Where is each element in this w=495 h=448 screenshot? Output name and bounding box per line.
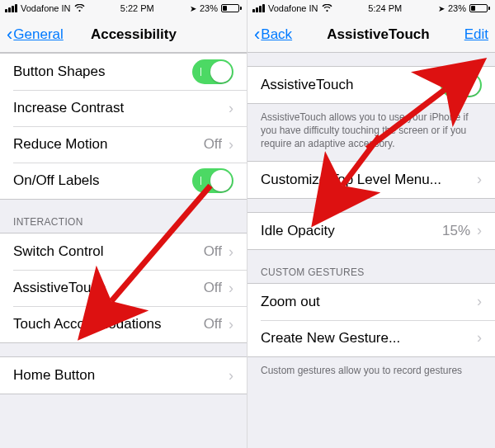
row-label: AssistiveTouch bbox=[261, 77, 441, 93]
row-button-shapes[interactable]: Button Shapes bbox=[0, 54, 247, 90]
back-label: Back bbox=[261, 26, 292, 43]
toggle-button-shapes[interactable] bbox=[192, 59, 233, 84]
row-idle-opacity[interactable]: Idle Opacity 15% › bbox=[248, 213, 495, 249]
row-onoff-labels[interactable]: On/Off Labels bbox=[0, 163, 247, 199]
row-label: Zoom out bbox=[261, 294, 477, 310]
row-switch-control[interactable]: Switch Control Off › bbox=[0, 233, 247, 270]
row-label: Switch Control bbox=[13, 243, 204, 260]
row-label: Idle Opacity bbox=[261, 223, 442, 239]
status-bar: Vodafone IN 5:24 PM ➤ 23% bbox=[248, 0, 495, 17]
battery-icon bbox=[221, 4, 242, 12]
row-value: Off bbox=[204, 136, 222, 153]
chevron-left-icon: ‹ bbox=[254, 26, 260, 44]
row-value: 15% bbox=[442, 223, 470, 239]
row-increase-contrast[interactable]: Increase Contrast › bbox=[0, 90, 247, 126]
assistivetouch-description: AssistiveTouch allows you to use your iP… bbox=[248, 104, 495, 161]
chevron-left-icon: ‹ bbox=[7, 26, 12, 44]
screenshot-left: Vodafone IN 5:22 PM ➤ 23% ‹ General Acce… bbox=[0, 0, 248, 448]
row-label: AssistiveTouch bbox=[13, 280, 204, 296]
chevron-right-icon: › bbox=[477, 171, 482, 188]
signal-icon bbox=[5, 4, 17, 12]
clock: 5:22 PM bbox=[120, 3, 154, 13]
chevron-right-icon: › bbox=[229, 136, 233, 153]
chevron-right-icon: › bbox=[477, 329, 482, 347]
toggle-onoff-labels[interactable] bbox=[192, 168, 233, 193]
carrier-label: Vodafone IN bbox=[268, 3, 318, 13]
wifi-icon bbox=[74, 4, 85, 12]
nav-bar: ‹ General Accessibility bbox=[0, 17, 247, 53]
chevron-right-icon: › bbox=[229, 280, 233, 297]
section-header-interaction: INTERACTION bbox=[0, 200, 247, 233]
page-title: AssistiveTouch bbox=[327, 26, 429, 43]
row-value: Off bbox=[204, 243, 222, 260]
back-button[interactable]: ‹ Back bbox=[254, 26, 292, 44]
nav-bar: ‹ Back AssistiveTouch Edit bbox=[248, 17, 495, 53]
row-value: Off bbox=[204, 280, 222, 296]
clock: 5:24 PM bbox=[368, 3, 402, 13]
row-value: Off bbox=[204, 316, 222, 332]
row-label: Touch Accommodations bbox=[13, 316, 204, 332]
row-label: Increase Contrast bbox=[13, 100, 229, 116]
chevron-right-icon: › bbox=[229, 100, 233, 117]
back-label: General bbox=[13, 26, 63, 43]
row-reduce-motion[interactable]: Reduce Motion Off › bbox=[0, 126, 247, 163]
row-home-button[interactable]: Home Button › bbox=[0, 357, 247, 394]
location-icon: ➤ bbox=[438, 4, 445, 13]
row-zoom-out[interactable]: Zoom out › bbox=[248, 284, 495, 320]
row-label: Customize Top Level Menu... bbox=[261, 172, 477, 188]
page-title: Accessibility bbox=[91, 26, 177, 43]
row-label: Reduce Motion bbox=[13, 136, 204, 153]
screenshot-right: Vodafone IN 5:24 PM ➤ 23% ‹ Back Assisti… bbox=[248, 0, 495, 448]
edit-button[interactable]: Edit bbox=[464, 26, 488, 43]
status-bar: Vodafone IN 5:22 PM ➤ 23% bbox=[0, 0, 247, 17]
location-icon: ➤ bbox=[190, 4, 196, 13]
chevron-right-icon: › bbox=[229, 367, 233, 384]
row-assistivetouch-toggle[interactable]: AssistiveTouch bbox=[248, 67, 495, 103]
row-create-new-gesture[interactable]: Create New Gesture... › bbox=[248, 320, 495, 356]
battery-icon bbox=[469, 4, 490, 12]
back-button[interactable]: ‹ General bbox=[7, 26, 64, 44]
row-label: On/Off Labels bbox=[13, 172, 192, 189]
chevron-right-icon: › bbox=[477, 222, 482, 239]
toggle-assistivetouch[interactable] bbox=[441, 73, 482, 97]
battery-percent: 23% bbox=[448, 3, 466, 13]
section-header-custom-gestures: CUSTOM GESTURES bbox=[248, 250, 495, 283]
row-touch-accommodations[interactable]: Touch Accommodations Off › bbox=[0, 306, 247, 342]
chevron-right-icon: › bbox=[477, 293, 482, 310]
row-customize-top-level-menu[interactable]: Customize Top Level Menu... › bbox=[248, 162, 495, 198]
row-label: Button Shapes bbox=[13, 64, 192, 80]
custom-gestures-description: Custom gestures allow you to record gest… bbox=[248, 357, 495, 387]
chevron-right-icon: › bbox=[229, 243, 233, 261]
row-label: Create New Gesture... bbox=[261, 330, 477, 347]
carrier-label: Vodafone IN bbox=[21, 3, 71, 13]
battery-percent: 23% bbox=[200, 3, 218, 13]
row-label: Home Button bbox=[13, 367, 229, 384]
chevron-right-icon: › bbox=[229, 316, 233, 333]
row-assistivetouch[interactable]: AssistiveTouch Off › bbox=[0, 270, 247, 306]
signal-icon bbox=[252, 4, 265, 12]
wifi-icon bbox=[322, 4, 332, 12]
